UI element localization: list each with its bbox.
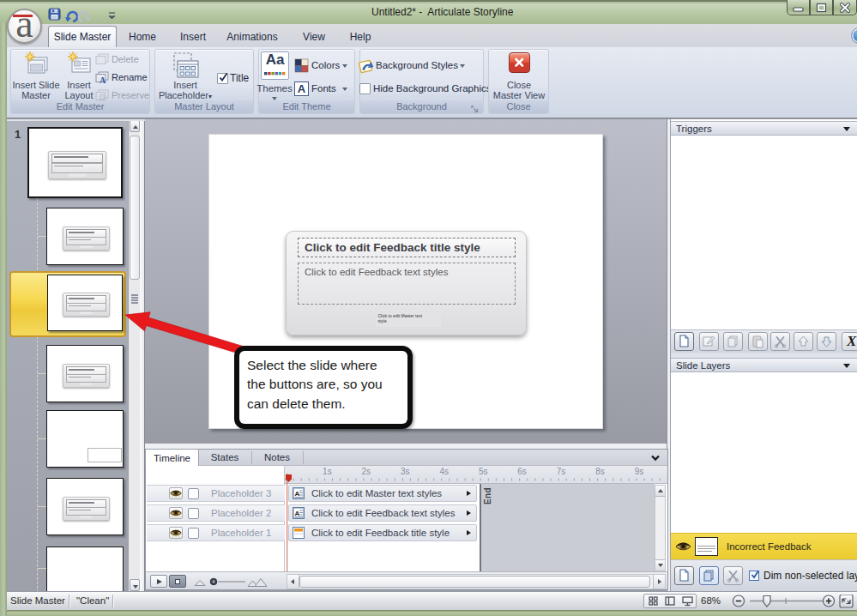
svg-text:4s: 4s [440, 467, 450, 476]
svg-text:A: A [295, 490, 300, 498]
svg-text:7s: 7s [557, 467, 566, 476]
svg-text:8s: 8s [595, 467, 605, 476]
svg-text:A: A [295, 510, 300, 517]
svg-text:3s: 3s [401, 467, 410, 476]
svg-text:5s: 5s [479, 467, 488, 476]
svg-text:6s: 6s [517, 467, 527, 476]
svg-text:2s: 2s [362, 467, 371, 476]
svg-text:A: A [100, 75, 106, 84]
svg-text:1s: 1s [323, 467, 332, 476]
svg-text:9s: 9s [635, 467, 644, 476]
